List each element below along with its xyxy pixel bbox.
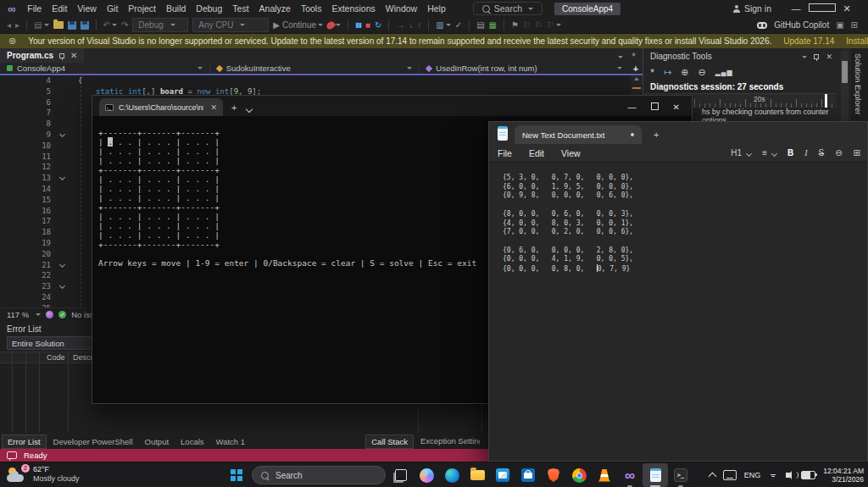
tray-overflow-chevron-icon[interactable] bbox=[708, 473, 716, 481]
bookmark-icon[interactable]: ⚑ bbox=[511, 21, 519, 30]
fold-chevron-icon[interactable] bbox=[59, 262, 65, 268]
prev-bookmark-icon[interactable]: ⚐ bbox=[523, 21, 531, 30]
copilot-icon[interactable] bbox=[414, 463, 439, 487]
hot-reload-on-save-icon[interactable]: ✓ bbox=[455, 21, 462, 30]
menu-item[interactable]: Help bbox=[422, 3, 451, 14]
zoom-in-icon[interactable]: ⊕ bbox=[681, 67, 688, 78]
tab-program-cs[interactable]: Program.cs ✕ bbox=[0, 48, 84, 63]
terminal-icon[interactable]: >_ bbox=[668, 463, 693, 487]
new-tab-icon[interactable]: + bbox=[231, 102, 236, 113]
start-button[interactable] bbox=[224, 463, 249, 487]
heading-dropdown[interactable]: H1 bbox=[731, 148, 742, 158]
italic-button[interactable]: I bbox=[804, 148, 807, 158]
break-all-icon[interactable]: ▮▮ bbox=[355, 22, 361, 29]
chart-icon[interactable]: ▂▄▆ bbox=[715, 69, 733, 76]
step-into-icon[interactable]: → bbox=[396, 21, 404, 30]
timeline-marker[interactable] bbox=[825, 94, 827, 108]
fold-chevron-icon[interactable] bbox=[59, 283, 65, 289]
hot-reload-icon[interactable] bbox=[327, 21, 341, 30]
battery-icon[interactable] bbox=[801, 471, 815, 479]
type-dropdown[interactable]: SudokuInteractive bbox=[210, 63, 420, 74]
panel-tab[interactable]: Output bbox=[140, 435, 175, 448]
gear-icon[interactable]: * bbox=[632, 51, 636, 63]
menu-item[interactable]: Extensions bbox=[326, 3, 380, 14]
menu-item[interactable]: Analyze bbox=[254, 3, 296, 14]
continue-button[interactable]: ▶Continue bbox=[273, 20, 323, 30]
task-view-icon[interactable] bbox=[388, 463, 414, 487]
chrome-icon[interactable] bbox=[566, 463, 592, 487]
clock[interactable]: 12:04:21 AM 3/21/2026 bbox=[823, 467, 864, 484]
zoom-out-icon[interactable]: ⊖ bbox=[698, 67, 706, 78]
stop-debugging-icon[interactable]: ■ bbox=[365, 21, 370, 30]
step-out-icon[interactable]: ↑ bbox=[417, 21, 421, 30]
volume-icon[interactable] bbox=[786, 473, 790, 478]
update-link[interactable]: Update 17.14 bbox=[783, 36, 834, 46]
tab-close-icon[interactable]: ✕ bbox=[210, 103, 217, 112]
notepad-text-area[interactable]: {5, 3, 0, 0, 7, 0, 0, 0, 0}, {6, 0, 0, 1… bbox=[503, 174, 633, 274]
github-copilot-button[interactable]: GitHub Copilot bbox=[774, 20, 829, 30]
menu-item[interactable]: Debug bbox=[191, 3, 227, 14]
menu-item[interactable]: Test bbox=[227, 3, 253, 14]
fold-chevron-icon[interactable] bbox=[59, 174, 65, 180]
copilot-panel-icon[interactable]: ▣ bbox=[836, 21, 843, 30]
table-icon[interactable]: ⊞ bbox=[854, 148, 860, 158]
scroll-up-icon[interactable] bbox=[634, 77, 639, 80]
copilot-status-icon[interactable] bbox=[46, 311, 53, 318]
terminal-title-bar[interactable]: ›_ C:\Users\Charo\source\repos\ ✕ + — ✕ bbox=[92, 96, 692, 116]
sign-in-button[interactable]: Sign in bbox=[733, 3, 771, 14]
error-scope-dropdown[interactable]: Entire Solution bbox=[7, 336, 105, 350]
panel-tab[interactable]: Error List bbox=[2, 434, 47, 449]
pin-icon[interactable] bbox=[59, 53, 64, 58]
install-vs2026-link[interactable]: Install Visual Studio 2026 bbox=[846, 36, 868, 46]
nav-back-icon[interactable]: ◂ bbox=[7, 21, 11, 30]
menu-item[interactable]: Build bbox=[161, 3, 191, 14]
menu-item[interactable]: File bbox=[22, 3, 47, 14]
minimize-button[interactable]: — bbox=[628, 102, 637, 112]
copilot-chat-icon[interactable]: ⊞ bbox=[851, 21, 858, 30]
export-icon[interactable]: ↦ bbox=[664, 67, 671, 78]
menu-item[interactable]: Project bbox=[123, 3, 161, 14]
feedback-icon[interactable] bbox=[7, 451, 17, 459]
platform-dropdown[interactable]: Any CPU bbox=[192, 18, 269, 32]
tab-close-icon[interactable]: ✕ bbox=[70, 51, 77, 60]
restart-icon[interactable]: ↻ bbox=[375, 21, 381, 30]
close-button[interactable]: ✕ bbox=[834, 3, 860, 14]
menu-item[interactable]: Git bbox=[102, 3, 123, 14]
nav-forward-icon[interactable]: ▸ bbox=[15, 21, 19, 30]
terminal-output[interactable]: +-------+-------+-------+ | . . . | . . … bbox=[98, 128, 476, 268]
vlc-icon[interactable] bbox=[592, 463, 617, 487]
panel-tab[interactable]: Developer PowerShell bbox=[48, 435, 138, 448]
debug-target-dropdown[interactable]: Debug bbox=[132, 18, 188, 32]
tab-list-chevron-icon[interactable] bbox=[618, 56, 623, 58]
save-all-icon[interactable] bbox=[81, 21, 89, 30]
minimize-button[interactable]: — bbox=[783, 3, 809, 14]
redo-icon[interactable]: ↷ bbox=[121, 21, 128, 30]
maximize-button[interactable] bbox=[651, 102, 659, 112]
store-icon[interactable] bbox=[515, 463, 541, 487]
bold-button[interactable]: B bbox=[787, 148, 793, 158]
gear-icon[interactable]: * bbox=[650, 66, 654, 79]
notepad-tab[interactable]: New Text Document.txt bbox=[515, 125, 642, 144]
step-over-icon[interactable]: ↓ bbox=[409, 21, 413, 30]
close-button[interactable]: ✕ bbox=[673, 102, 680, 112]
strikethrough-button[interactable]: S bbox=[819, 148, 825, 158]
terminal-tab[interactable]: ›_ C:\Users\Charo\source\repos\ ✕ bbox=[99, 98, 223, 116]
diagnostics-window-icon[interactable]: ▥ bbox=[436, 21, 450, 30]
menu-item[interactable]: Tools bbox=[296, 3, 327, 14]
menu-item[interactable]: Edit bbox=[520, 148, 553, 158]
memory-window-icon[interactable]: ▦ bbox=[489, 21, 497, 30]
wifi-icon[interactable] bbox=[768, 472, 778, 479]
taskbar-search-box[interactable]: Search bbox=[252, 466, 386, 484]
member-dropdown[interactable]: UsedInRow(int row, int num) bbox=[420, 63, 629, 74]
notepad-icon[interactable] bbox=[643, 463, 668, 487]
menu-item[interactable]: Window bbox=[381, 3, 422, 14]
close-icon[interactable]: ✕ bbox=[826, 53, 832, 61]
tab-solution-explorer[interactable]: Solution Explorer bbox=[854, 53, 863, 114]
pin-icon[interactable] bbox=[814, 54, 819, 59]
menu-item[interactable]: Edit bbox=[47, 3, 72, 14]
vs-search-box[interactable]: Search bbox=[473, 2, 542, 15]
menu-item[interactable]: File bbox=[489, 148, 520, 158]
open-folder-icon[interactable] bbox=[53, 21, 64, 29]
notepad-title-bar[interactable]: New Text Document.txt + bbox=[489, 122, 867, 144]
brave-icon[interactable] bbox=[541, 463, 566, 487]
